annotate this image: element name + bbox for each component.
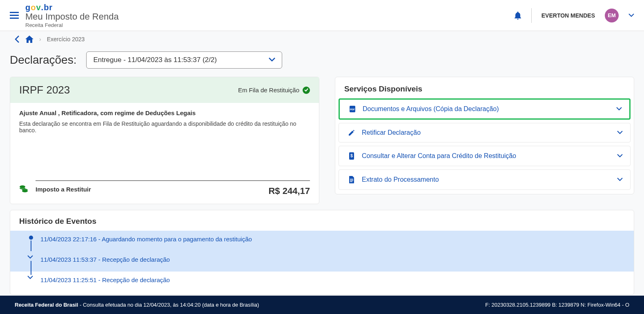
event-text[interactable]: 11/04/2023 22:17:16 - Aguardando momento…	[40, 234, 252, 243]
user-name: EVERTON MENDES	[541, 12, 595, 19]
svg-rect-11	[350, 179, 353, 180]
declarations-label: Declarações:	[10, 53, 76, 67]
svg-text:$: $	[350, 154, 353, 158]
footer-org: Receita Federal do Brasil	[15, 302, 78, 308]
coins-icon	[19, 185, 28, 192]
irpf-card: IRPF 2023 Em Fila de Restituição Ajuste …	[10, 77, 319, 204]
restituir-value: R$ 244,17	[268, 186, 310, 196]
chevron-down-icon	[617, 178, 623, 182]
user-menu-chevron-icon[interactable]	[628, 13, 634, 18]
history-card: Histórico de Eventos 11/04/2023 22:17:16…	[10, 210, 634, 295]
svg-text:PDF: PDF	[350, 108, 355, 111]
svg-rect-13	[350, 181, 352, 182]
edit-icon	[346, 129, 357, 136]
service-item-2[interactable]: $Consultar e Alterar Conta para Crédito …	[339, 146, 631, 166]
history-title: Histórico de Eventos	[10, 210, 634, 231]
service-label: Consultar e Alterar Conta para Crédito d…	[362, 152, 617, 160]
event-dot-icon	[29, 236, 33, 240]
back-icon[interactable]	[15, 36, 20, 43]
irpf-description: Esta declaração se encontra em Fila de R…	[19, 120, 310, 134]
dollar-icon: $	[346, 152, 357, 160]
app-title: Meu Imposto de Renda	[25, 11, 119, 22]
breadcrumb: › Exercício 2023	[0, 31, 644, 47]
event-text[interactable]: 11/04/2023 11:53:37 - Recepção de declar…	[40, 254, 170, 263]
irpf-subtitle: Ajuste Anual , Retificadora, com regime …	[19, 109, 310, 116]
svg-rect-0	[10, 12, 19, 13]
irpf-status: Em Fila de Restituição	[238, 87, 310, 94]
check-icon	[303, 87, 310, 94]
service-label: Extrato do Processamento	[362, 176, 617, 183]
footer: Receita Federal do Brasil - Consulta efe…	[0, 296, 644, 314]
event-text[interactable]: 11/04/2023 11:25:51 - Recepção de declar…	[40, 275, 170, 283]
breadcrumb-current: Exercício 2023	[47, 36, 85, 42]
event-row: 11/04/2023 22:17:16 - Aguardando momento…	[10, 231, 634, 251]
breadcrumb-separator: ›	[39, 36, 41, 42]
services-card: Serviços Disponíveis PDFDocumentos e Arq…	[335, 77, 634, 194]
service-label: Documentos e Arquivos (Cópia da Declaraç…	[363, 105, 616, 113]
govbr-logo: gov.br	[25, 3, 119, 12]
declarations-select[interactable]: Entregue - 11/04/2023 às 11:53:37 (2/2)	[86, 51, 282, 69]
services-title: Serviços Disponíveis	[335, 77, 634, 96]
avatar[interactable]: EM	[605, 9, 619, 22]
svg-rect-12	[350, 180, 353, 181]
svg-rect-2	[10, 18, 19, 19]
footer-meta: F: 20230328.2105.1239899 B: 1239879 N: F…	[485, 302, 629, 308]
event-row: 11/04/2023 11:53:37 - Recepção de declar…	[10, 251, 634, 272]
svg-point-6	[22, 190, 28, 192]
restituir-label: Imposto a Restituir	[36, 186, 91, 196]
service-item-1[interactable]: Retificar Declaração	[339, 123, 631, 143]
irpf-title: IRPF 2023	[19, 84, 70, 96]
event-chevron-icon[interactable]	[27, 276, 33, 280]
event-chevron-icon[interactable]	[27, 255, 33, 259]
chevron-down-icon	[617, 154, 623, 158]
chevron-down-icon	[616, 107, 622, 111]
divider	[531, 8, 532, 23]
app-subtitle: Receita Federal	[25, 22, 119, 28]
menu-icon[interactable]	[10, 12, 19, 19]
service-label: Retificar Declaração	[362, 129, 617, 136]
declarations-selected: Entregue - 11/04/2023 às 11:53:37 (2/2)	[93, 56, 216, 64]
chevron-down-icon	[269, 58, 275, 62]
chevron-down-icon	[617, 131, 623, 135]
home-icon[interactable]	[25, 36, 33, 43]
doc-icon	[346, 176, 357, 184]
logo-block: gov.br Meu Imposto de Renda Receita Fede…	[25, 3, 119, 28]
pdf-icon: PDF	[347, 105, 358, 113]
footer-query: - Consulta efetuada no dia 12/04/2023, à…	[78, 302, 259, 308]
notifications-icon[interactable]	[514, 11, 521, 20]
svg-rect-1	[10, 15, 19, 16]
app-header: gov.br Meu Imposto de Renda Receita Fede…	[0, 0, 644, 31]
event-row: 11/04/2023 11:25:51 - Recepção de declar…	[10, 272, 634, 292]
service-item-3[interactable]: Extrato do Processamento	[339, 169, 631, 190]
service-item-0[interactable]: PDFDocumentos e Arquivos (Cópia da Decla…	[339, 98, 631, 120]
